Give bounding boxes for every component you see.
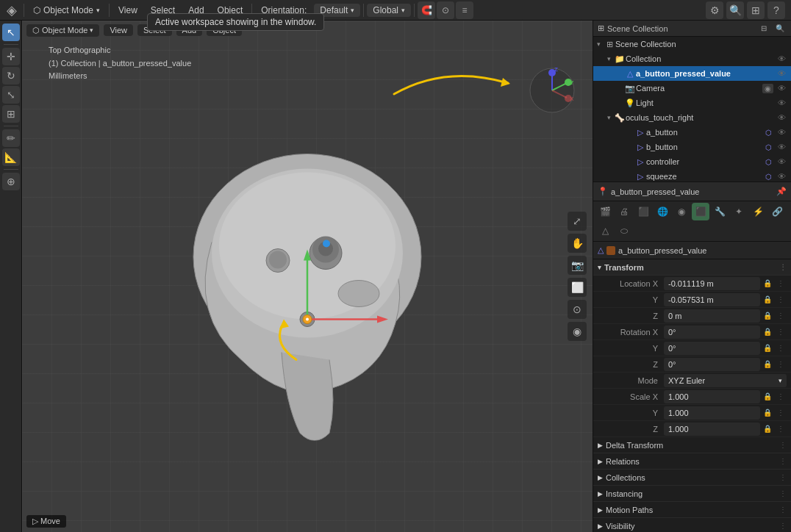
viewport-shading[interactable]: ◉ xyxy=(568,322,587,341)
scale-x-input[interactable]: 1.000 xyxy=(664,390,760,403)
world-prop-icon[interactable]: ◉ xyxy=(673,203,690,220)
prop-ry-options[interactable]: ⋮ xyxy=(775,342,787,354)
move-tool[interactable]: ✛ xyxy=(2,48,20,65)
lock-sz-icon[interactable]: 🔒 xyxy=(760,422,775,436)
relations-section[interactable]: ▶ Relations ⋮ xyxy=(593,453,791,470)
axis-gizmo[interactable]: Z Y X xyxy=(526,65,578,116)
transform-section-header[interactable]: ▾ Transform ⋮ xyxy=(593,259,791,276)
object-mode-button[interactable]: ⬡ Object Mode ▾ xyxy=(27,4,106,17)
material-prop-icon[interactable]: ⬭ xyxy=(615,222,633,240)
rotation-y-input[interactable]: 0° xyxy=(664,342,760,355)
visibility-section[interactable]: ▶ Visibility ⋮ xyxy=(593,518,791,532)
lock-y-icon[interactable]: 🔒 xyxy=(760,292,775,307)
options-icon[interactable]: ⋮ xyxy=(779,473,787,481)
delta-transform-section[interactable]: ▶ Delta Transform ⋮ xyxy=(593,437,791,453)
scale-y-input[interactable]: 1.000 xyxy=(664,406,760,420)
overlay-button[interactable]: ⊙ xyxy=(568,300,587,319)
lock-rz-icon[interactable]: 🔒 xyxy=(760,357,775,372)
motion-paths-section[interactable]: ▶ Motion Paths ⋮ xyxy=(593,502,791,518)
view-menu[interactable]: View xyxy=(112,4,143,17)
options-icon[interactable]: ⋮ xyxy=(779,441,787,449)
filter-icon[interactable]: ⊟ xyxy=(757,22,770,35)
eye-icon[interactable]: 👁 xyxy=(775,126,788,139)
prop-y-options[interactable]: ⋮ xyxy=(775,294,787,306)
location-y-input[interactable]: -0.057531 m xyxy=(664,293,760,306)
lock-x-icon[interactable]: 🔒 xyxy=(760,276,775,291)
annotate-tool[interactable]: ✏ xyxy=(2,129,20,147)
location-z-input[interactable]: 0 m xyxy=(664,309,760,323)
eye-icon[interactable]: 👁 xyxy=(775,52,788,65)
lock-ry-icon[interactable]: 🔒 xyxy=(760,341,775,356)
snap-button[interactable]: 🧲 xyxy=(418,1,435,19)
prop-z-options[interactable]: ⋮ xyxy=(775,310,787,322)
measure-tool[interactable]: 📐 xyxy=(2,148,20,166)
options-button[interactable]: ≡ xyxy=(456,1,473,19)
prop-sy-options[interactable]: ⋮ xyxy=(775,407,787,419)
eye-icon[interactable]: 👁 xyxy=(775,170,788,182)
select-tool[interactable]: ↖ xyxy=(2,24,20,41)
eye-icon[interactable]: 👁 xyxy=(775,82,788,95)
outliner-item-squeeze[interactable]: ▷ squeeze ⬡ 👁 xyxy=(593,169,791,182)
outliner-item-b-button[interactable]: ▷ b_button ⬡ 👁 xyxy=(593,140,791,154)
output-prop-icon[interactable]: 🖨 xyxy=(615,203,633,220)
filter-icon[interactable]: ⊞ xyxy=(747,1,765,19)
lock-z-icon[interactable]: 🔒 xyxy=(760,309,775,323)
prop-x-options[interactable]: ⋮ xyxy=(775,278,787,290)
data-prop-icon[interactable]: △ xyxy=(596,222,614,240)
options-icon[interactable]: ⋮ xyxy=(779,522,787,530)
prop-sx-options[interactable]: ⋮ xyxy=(775,391,787,403)
prop-sz-options[interactable]: ⋮ xyxy=(775,423,787,435)
rotate-tool[interactable]: ↻ xyxy=(2,67,20,85)
scene-prop-icon[interactable]: 🌐 xyxy=(654,203,671,220)
eye-icon[interactable]: 👁 xyxy=(775,111,788,124)
instancing-section[interactable]: ▶ Instancing ⋮ xyxy=(593,486,791,502)
mode-select[interactable]: XYZ Euler ▾ xyxy=(664,374,787,387)
physics-prop-icon[interactable]: ⚡ xyxy=(749,203,767,220)
location-x-input[interactable]: -0.011119 m xyxy=(664,277,760,290)
blender-icon[interactable]: ◈ xyxy=(3,1,21,19)
outliner-collection-row[interactable]: ▾ 📁 Collection 👁 xyxy=(593,51,791,66)
lock-sx-icon[interactable]: 🔒 xyxy=(760,389,775,404)
options-icon[interactable]: ⋮ xyxy=(779,506,787,514)
scene-icon[interactable]: ⚙ xyxy=(706,1,723,19)
viewport-view-menu[interactable]: View xyxy=(104,24,133,36)
eye-icon[interactable]: 👁 xyxy=(775,67,788,80)
options-icon[interactable]: ⋮ xyxy=(779,489,787,497)
prop-rx-options[interactable]: ⋮ xyxy=(775,326,787,338)
outliner-scene-collection-row[interactable]: ▾ ⊞ Scene Collection xyxy=(593,37,791,51)
object-prop-icon[interactable]: ⬛ xyxy=(692,203,709,220)
lock-rx-icon[interactable]: 🔒 xyxy=(760,325,775,339)
viewport[interactable]: ⬡ Object Mode ▾ View Select Add Object T… xyxy=(22,21,593,532)
viewport-mode-button[interactable]: ⬡ Object Mode ▾ xyxy=(26,24,99,37)
particles-prop-icon[interactable]: ✦ xyxy=(730,203,748,220)
pin-icon[interactable]: 📌 xyxy=(776,187,787,196)
scale-tool[interactable]: ⤡ xyxy=(2,86,20,104)
proportional-button[interactable]: ⊙ xyxy=(437,1,454,19)
cursor-tool[interactable]: ⊕ xyxy=(2,173,20,190)
outliner-item-a-button-pressed-value[interactable]: △ a_button_pressed_value 👁 xyxy=(593,66,791,81)
options-icon[interactable]: ⋮ xyxy=(779,457,787,465)
lock-sy-icon[interactable]: 🔒 xyxy=(760,406,775,420)
help-icon[interactable]: ? xyxy=(767,1,785,19)
constraints-prop-icon[interactable]: 🔗 xyxy=(768,203,786,220)
collections-section[interactable]: ▶ Collections ⋮ xyxy=(593,470,791,486)
rotation-z-input[interactable]: 0° xyxy=(664,358,760,371)
render-prop-icon[interactable]: 🎬 xyxy=(596,203,614,220)
search-icon[interactable]: 🔍 xyxy=(726,1,744,19)
scale-z-input[interactable]: 1.000 xyxy=(664,423,760,436)
eye-icon[interactable]: 👁 xyxy=(775,155,788,168)
outliner-item-oculus[interactable]: ▾ 🦴 oculus_touch_right 👁 xyxy=(593,110,791,125)
section-options[interactable]: ⋮ xyxy=(779,263,787,271)
global-selector[interactable]: Global ▾ xyxy=(367,4,411,17)
zoom-fit-button[interactable]: ⤢ xyxy=(568,212,587,231)
rotation-x-input[interactable]: 0° xyxy=(664,326,760,339)
camera-button[interactable]: 📷 xyxy=(568,256,587,275)
eye-icon[interactable]: 👁 xyxy=(775,140,788,154)
modifier-prop-icon[interactable]: 🔧 xyxy=(711,203,729,220)
search-icon[interactable]: 🔍 xyxy=(773,22,787,35)
outliner-item-a-button[interactable]: ▷ a_button ⬡ 👁 xyxy=(593,125,791,140)
outliner-item-camera[interactable]: 📷 Camera ◉ 👁 xyxy=(593,81,791,96)
view-layer-icon[interactable]: ⬛ xyxy=(634,203,652,220)
hand-tool[interactable]: ✋ xyxy=(568,234,587,253)
transform-tool[interactable]: ⊞ xyxy=(2,105,20,123)
